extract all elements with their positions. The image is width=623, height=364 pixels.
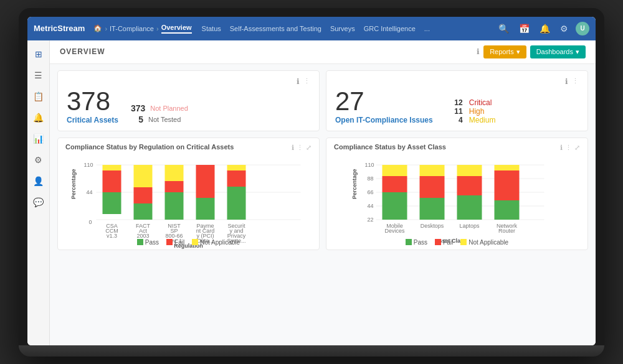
widget2-menu-icon[interactable]: ⋮ (572, 77, 579, 86)
medium-count: 4 (452, 116, 463, 124)
settings-icon[interactable]: ⚙ (558, 22, 571, 35)
page-header: OVERVIEW ℹ Reports ▾ Dashboards ▾ (50, 40, 596, 64)
not-tested-number: 5 (131, 114, 143, 124)
regulation-chart: 110 44 0 Percentage (65, 156, 312, 236)
home-icon[interactable]: 🏠 (93, 24, 102, 32)
sidebar: ⊞ ☰ 📋 🔔 📊 ⚙ 👤 💬 (27, 40, 50, 345)
open-issues-widget: ℹ ⋮ 27 Open IT-Compliance Issues 12 (326, 70, 588, 131)
notification-icon[interactable]: 🔔 (537, 22, 553, 35)
pass-dot2 (406, 239, 412, 245)
nav-status[interactable]: Status (202, 25, 221, 32)
search-icon[interactable]: 🔍 (496, 22, 511, 35)
sidebar-icon-grid[interactable]: ⊞ (30, 45, 47, 63)
bar-pass (227, 187, 246, 220)
breadcrumb-parent[interactable]: IT-Compliance (110, 25, 154, 32)
bar-fail (134, 187, 153, 203)
chart1-info-icon[interactable]: ℹ (292, 144, 294, 152)
bar-na (134, 165, 153, 187)
widget1-stat-row: 378 Critical Assets 373 Not Planned 5 (67, 88, 310, 124)
sidebar-icon-bell[interactable]: 🔔 (30, 109, 47, 126)
na-label2: Not Applicable (468, 239, 508, 246)
not-planned-label: Not Planned (150, 105, 188, 112)
high-label: High (469, 107, 485, 116)
sidebar-icon-chart[interactable]: 📊 (30, 130, 47, 147)
bar-fail (383, 176, 407, 192)
na-dot (192, 239, 198, 245)
svg-text:44: 44 (87, 189, 93, 195)
fail-label: Fail (174, 239, 184, 246)
not-planned-row: 373 Not Planned (131, 103, 188, 113)
top-navigation: MetricStream 🏠 › IT-Compliance › Overvie… (27, 17, 596, 40)
bar-fail (420, 176, 445, 198)
bar-fail (457, 176, 482, 195)
legend-na2: Not Applicable (460, 239, 508, 246)
dashboards-button[interactable]: Dashboards ▾ (530, 45, 586, 58)
sidebar-icon-list[interactable]: ☰ (30, 67, 47, 84)
sidebar-icon-docs[interactable]: 📋 (30, 88, 47, 105)
main-content: OVERVIEW ℹ Reports ▾ Dashboards ▾ (50, 40, 596, 345)
svg-text:2003: 2003 (136, 233, 149, 239)
fail-dot (166, 239, 173, 245)
na-label: Not Applicable (200, 239, 240, 246)
nav-grc[interactable]: GRC Intelligence (364, 25, 416, 32)
app-body: ⊞ ☰ 📋 🔔 📊 ⚙ 👤 💬 OVERVIEW ℹ Reports ▾ (27, 40, 596, 345)
charts-row: Compliance Status by Regulation on Criti… (50, 138, 596, 256)
svg-text:Percentage: Percentage (351, 169, 358, 199)
widget2-info-icon[interactable]: ℹ (565, 77, 568, 86)
sidebar-icon-user[interactable]: 👤 (30, 172, 47, 190)
critical-severity-row: 12 Critical (452, 98, 496, 107)
nav-self-assessments[interactable]: Self-Assessments and Testing (230, 25, 321, 32)
brand-logo: MetricStream (34, 24, 85, 33)
header-actions: ℹ Reports ▾ Dashboards ▾ (477, 45, 586, 58)
fail-label2: Fail (443, 239, 453, 246)
bar-na (457, 165, 482, 176)
sidebar-icon-gear[interactable]: ⚙ (30, 151, 47, 169)
severity-list: 12 Critical 11 High 4 Medium (452, 98, 496, 124)
widget1-menu-icon[interactable]: ⋮ (303, 77, 310, 86)
nav-more[interactable]: ... (424, 25, 430, 32)
info-icon[interactable]: ℹ (477, 47, 480, 56)
critical-label: Critical (469, 98, 492, 107)
chart2-info-icon[interactable]: ℹ (560, 144, 563, 152)
bar-fail (495, 170, 520, 200)
breadcrumb-current[interactable]: Overview (161, 24, 192, 34)
svg-text:110: 110 (365, 162, 374, 168)
chart2-menu-icon[interactable]: ⋮ (565, 144, 572, 152)
chart1-header: Compliance Status by Regulation on Criti… (65, 143, 312, 153)
reports-button[interactable]: Reports ▾ (483, 45, 526, 58)
chart1-menu-icon[interactable]: ⋮ (297, 144, 303, 152)
pass-label2: Pass (414, 239, 427, 246)
chart2-icons: ℹ ⋮ ⤢ (560, 144, 580, 152)
legend-na: Not Applicable (192, 239, 240, 246)
chart1-icons: ℹ ⋮ ⤢ (292, 144, 312, 152)
chart2-expand-icon[interactable]: ⤢ (574, 144, 580, 152)
issues-number: 27 (335, 88, 433, 114)
svg-text:Desktops: Desktops (421, 223, 444, 229)
asset-class-chart-svg: 110 88 66 44 22 Percentage (334, 156, 580, 246)
nav-icon-area: 🔍 📅 🔔 ⚙ U (496, 22, 589, 35)
calendar-icon[interactable]: 📅 (516, 22, 532, 35)
not-tested-label: Not Tested (148, 116, 181, 123)
widget2-stat-row: 27 Open IT-Compliance Issues 12 Critical… (335, 88, 579, 124)
widget1-info-icon[interactable]: ℹ (297, 77, 300, 86)
bar-na (383, 165, 407, 176)
sidebar-icon-chat[interactable]: 💬 (30, 194, 47, 211)
bar-pass (495, 200, 520, 220)
bar-fail (196, 165, 215, 198)
svg-text:110: 110 (84, 162, 93, 168)
critical-count: 12 (452, 98, 463, 107)
not-tested-row: 5 Not Tested (131, 114, 188, 124)
bar-pass (420, 198, 445, 220)
issues-label: Open IT-Compliance Issues (335, 116, 433, 124)
user-avatar[interactable]: U (576, 22, 589, 35)
laptop-bottom (19, 345, 604, 357)
bar-na (495, 165, 520, 170)
chart1-expand-icon[interactable]: ⤢ (306, 144, 312, 152)
bar-pass (457, 195, 482, 220)
svg-text:Router: Router (498, 228, 515, 234)
bar-pass (134, 203, 153, 220)
issues-main: 27 Open IT-Compliance Issues (335, 88, 433, 124)
critical-assets-side-stats: 373 Not Planned 5 Not Tested (131, 103, 188, 124)
nav-surveys[interactable]: Surveys (330, 25, 355, 32)
svg-text:v1.3: v1.3 (107, 233, 117, 239)
